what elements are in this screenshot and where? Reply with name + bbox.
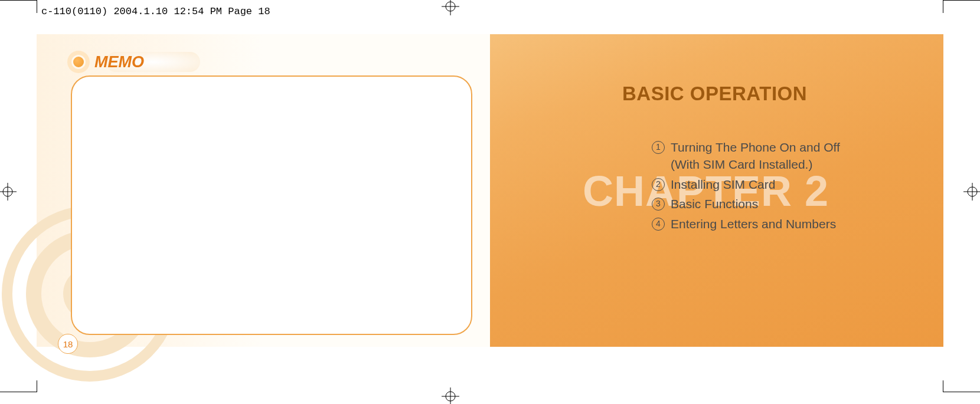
crop-mark <box>943 380 943 392</box>
right-page: BASIC OPERATION CHAPTER 2 1 Turning The … <box>490 34 943 347</box>
imposition-header: c-110(0110) 2004.1.10 12:54 PM Page 18 <box>41 6 270 17</box>
toc-item: 4 Entering Letters and Numbers <box>652 215 920 232</box>
toc-text: Basic Functions <box>671 195 920 212</box>
crop-mark <box>0 0 37 1</box>
toc-number-icon: 4 <box>652 218 665 231</box>
left-page: MEMO 18 <box>37 34 490 347</box>
chapter-toc: 1 Turning The Phone On and Off(With SIM … <box>652 139 920 235</box>
memo-dot-icon <box>67 51 90 73</box>
toc-number-icon: 3 <box>652 198 665 211</box>
toc-number-icon: 2 <box>652 178 665 191</box>
memo-label: MEMO <box>94 53 144 71</box>
toc-text: Turning The Phone On and Off(With SIM Ca… <box>671 139 920 173</box>
spread: MEMO 18 BASIC OPERATION CHAPTER 2 1 Turn… <box>37 34 943 347</box>
memo-badge: MEMO <box>67 51 144 73</box>
registration-mark-icon <box>963 183 980 201</box>
registration-mark-icon <box>442 0 459 15</box>
toc-item: 1 Turning The Phone On and Off(With SIM … <box>652 139 920 173</box>
toc-text: Installing SIM Card <box>671 176 920 193</box>
crop-mark <box>943 392 980 392</box>
toc-item: 2 Installing SIM Card <box>652 176 920 193</box>
toc-item: 3 Basic Functions <box>652 195 920 212</box>
chapter-title: BASIC OPERATION <box>622 83 807 105</box>
crop-mark <box>37 380 37 392</box>
crop-mark <box>37 0 37 13</box>
registration-mark-icon <box>442 387 459 404</box>
page-number: 18 <box>58 334 78 354</box>
crop-mark <box>943 0 943 13</box>
registration-mark-icon <box>0 183 17 201</box>
crop-mark <box>0 392 37 392</box>
crop-mark <box>943 0 980 1</box>
toc-number-icon: 1 <box>652 141 665 154</box>
toc-text: Entering Letters and Numbers <box>671 215 920 232</box>
memo-box <box>71 75 472 335</box>
